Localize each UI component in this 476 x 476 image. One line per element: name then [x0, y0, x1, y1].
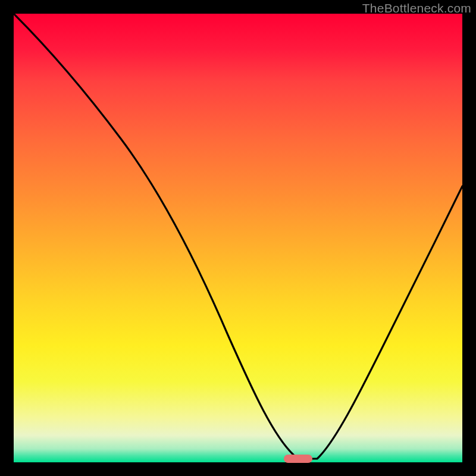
- watermark-text: TheBottleneck.com: [362, 1, 471, 15]
- optimal-point-marker: [284, 455, 312, 463]
- bottleneck-curve-line: [14, 14, 462, 462]
